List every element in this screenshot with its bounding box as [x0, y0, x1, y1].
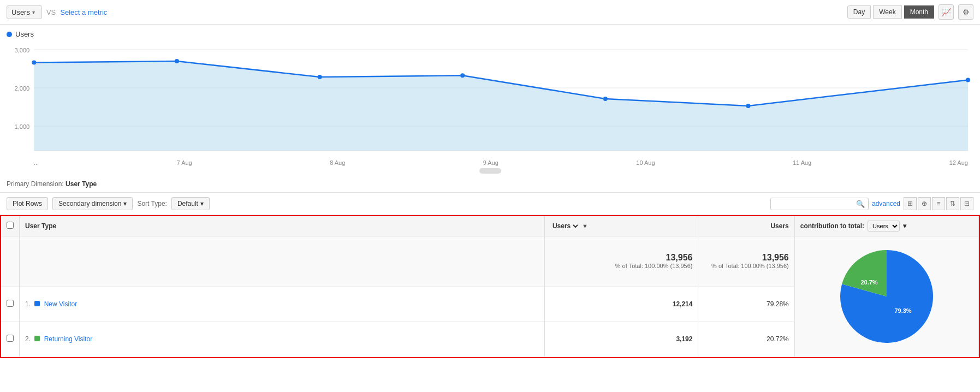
- primary-dimension-bar: Primary Dimension: User Type: [0, 176, 980, 193]
- select-all-checkbox[interactable]: [7, 222, 14, 229]
- day-button[interactable]: Day: [847, 5, 871, 19]
- svg-point-10: [318, 75, 322, 79]
- sort-type-label: Sort Type:: [137, 200, 167, 207]
- filter-icon[interactable]: ⇅: [946, 197, 959, 210]
- dropdown-arrow-icon: ▾: [32, 9, 35, 15]
- row1-num: 1.: [25, 300, 31, 308]
- contribution-arrow-icon: ▾: [903, 222, 906, 230]
- svg-point-14: [966, 78, 970, 82]
- legend-dot: [7, 32, 12, 37]
- table-toolbar: Plot Rows Secondary dimension ▾ Sort Typ…: [0, 193, 980, 215]
- row1-users-value: 12,214: [673, 300, 693, 308]
- row2-user-type-link[interactable]: Returning Visitor: [44, 335, 93, 343]
- total-users-value: 13,956: [550, 253, 693, 263]
- metric-label: Users: [11, 8, 30, 16]
- search-icon[interactable]: 🔍: [856, 200, 865, 208]
- table-view-icon[interactable]: ⊟: [960, 197, 973, 210]
- month-button[interactable]: Month: [904, 5, 934, 19]
- secondary-dimension-dropdown[interactable]: Secondary dimension ▾: [52, 197, 133, 210]
- row2-pct-cell: 20.72%: [698, 322, 794, 357]
- svg-point-12: [603, 97, 608, 101]
- svg-point-9: [175, 59, 179, 63]
- row2-pct-value: 20.72%: [767, 335, 789, 343]
- line-chart-icon[interactable]: 📈: [939, 4, 954, 20]
- sort-down-icon: ▼: [582, 223, 588, 229]
- svg-point-13: [746, 104, 750, 108]
- row1-user-type-cell: 1. New Visitor: [20, 286, 545, 322]
- plot-rows-button[interactable]: Plot Rows: [7, 197, 48, 210]
- total-users-right-pct: % of Total: 100.00% (13,956): [704, 263, 788, 269]
- view-icons: ⊞ ⊕ ≡ ⇅ ⊟: [904, 197, 973, 210]
- primary-dim-value: User Type: [66, 180, 97, 188]
- row2-checkbox-cell: [1, 322, 20, 357]
- search-box: 🔍: [770, 198, 869, 210]
- svg-text:3,000: 3,000: [15, 47, 30, 54]
- primary-dim-label: Primary Dimension:: [7, 180, 64, 188]
- total-row: 13,956 % of Total: 100.00% (13,956) 13,9…: [1, 236, 979, 287]
- row2-type-indicator: [34, 336, 40, 341]
- chart-scrollbar[interactable]: [479, 168, 501, 174]
- chart-area: Users 3,000 2,000 1,000: [0, 25, 980, 176]
- row1-type-indicator: [34, 301, 40, 306]
- row1-users-cell: 12,214: [544, 286, 698, 322]
- row1-pct-cell: 79.28%: [698, 286, 794, 322]
- legend-label: Users: [15, 30, 34, 38]
- row2-users-cell: 3,192: [544, 322, 698, 357]
- week-button[interactable]: Week: [873, 5, 901, 19]
- row2-user-type-cell: 2. Returning Visitor: [20, 322, 545, 357]
- row1-checkbox-cell: [1, 286, 20, 322]
- grid-view-icon[interactable]: ⊞: [904, 197, 917, 210]
- scatter-chart-icon[interactable]: ⚙: [958, 4, 973, 20]
- total-label-cell: [20, 236, 545, 287]
- users-dropdown-header[interactable]: Users ▼: [544, 216, 698, 236]
- sort-arrow-icon: ▾: [200, 200, 204, 207]
- chart-svg: 3,000 2,000 1,000: [7, 41, 973, 162]
- total-checkbox-cell: [1, 236, 20, 287]
- total-users-right-value: 13,956: [704, 253, 788, 263]
- top-toolbar: Users ▾ VS Select a metric Day Week Mont…: [0, 0, 980, 25]
- select-metric-link[interactable]: Select a metric: [60, 8, 107, 16]
- user-type-header: User Type: [20, 216, 545, 236]
- sort-type-dropdown[interactable]: Default ▾: [171, 197, 210, 210]
- total-users-cell: 13,956 % of Total: 100.00% (13,956): [544, 236, 698, 287]
- data-table: User Type Users ▼ Users contribution to: [1, 216, 979, 357]
- svg-text:2,000: 2,000: [15, 85, 30, 92]
- list-view-icon[interactable]: ≡: [932, 197, 945, 210]
- pie-chart-cell: 79.3% 20.7%: [794, 236, 978, 357]
- header-checkbox: [1, 216, 20, 236]
- svg-point-11: [460, 73, 465, 78]
- row1-user-type-link[interactable]: New Visitor: [44, 300, 77, 308]
- pie-chart-container: 79.3% 20.7%: [795, 236, 978, 357]
- advanced-link[interactable]: advanced: [872, 200, 900, 207]
- secondary-dim-arrow-icon: ▾: [123, 200, 127, 207]
- total-users-right-cell: 13,956 % of Total: 100.00% (13,956): [698, 236, 794, 287]
- row2-checkbox[interactable]: [7, 335, 14, 342]
- chart-legend: Users: [7, 30, 973, 38]
- svg-text:1,000: 1,000: [15, 123, 30, 130]
- data-table-wrapper: User Type Users ▼ Users contribution to: [0, 215, 980, 358]
- row1-checkbox[interactable]: [7, 300, 14, 307]
- table-header-row: User Type Users ▼ Users contribution to: [1, 216, 979, 236]
- pie-new-label: 79.3%: [894, 307, 911, 314]
- pie-chart-svg: 79.3% 20.7%: [832, 242, 941, 351]
- total-users-pct: % of Total: 100.00% (13,956): [550, 263, 693, 269]
- metric-dropdown[interactable]: Users ▾: [7, 5, 42, 19]
- search-input[interactable]: [774, 200, 856, 207]
- svg-point-8: [32, 61, 36, 65]
- row2-users-value: 3,192: [676, 335, 692, 343]
- users-right-header: Users: [698, 216, 794, 236]
- time-controls: Day Week Month 📈 ⚙: [847, 4, 973, 20]
- svg-marker-7: [34, 61, 968, 151]
- table-toolbar-right: 🔍 advanced ⊞ ⊕ ≡ ⇅ ⊟: [770, 197, 973, 210]
- contribution-select[interactable]: Users: [868, 221, 900, 231]
- pie-returning-label: 20.7%: [860, 279, 877, 286]
- contribution-header: contribution to total: Users ▾: [794, 216, 978, 236]
- vs-label: VS: [46, 8, 56, 16]
- users-metric-select[interactable]: Users: [550, 222, 580, 230]
- add-view-icon[interactable]: ⊕: [918, 197, 931, 210]
- row1-pct-value: 79.28%: [767, 300, 789, 308]
- row2-num: 2.: [25, 335, 31, 343]
